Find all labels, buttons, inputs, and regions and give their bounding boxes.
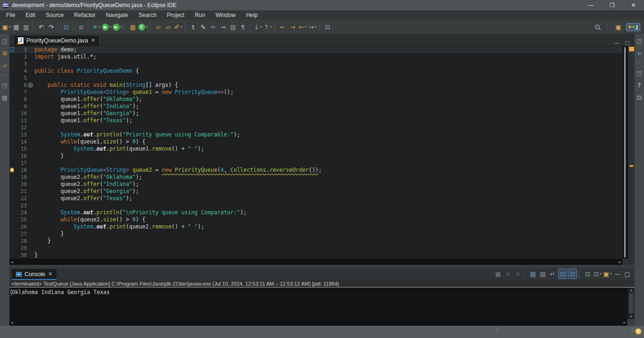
- open-console-button[interactable]: ▣▾: [603, 269, 612, 279]
- editor-console-splitter[interactable]: [9, 265, 635, 268]
- word-wrap-toggle-button[interactable]: ▤: [229, 22, 238, 32]
- profile-button[interactable]: ▶▾: [113, 22, 123, 32]
- word-wrap-button[interactable]: ↵: [548, 269, 557, 279]
- restore-view-icon-2[interactable]: ◳: [2, 82, 7, 89]
- scroll-right-arrow-icon[interactable]: ▸: [619, 260, 621, 264]
- menu-item-source[interactable]: Source: [41, 11, 69, 19]
- scroll-down-arrow-icon[interactable]: ▾: [630, 314, 632, 319]
- menu-item-search[interactable]: Search: [133, 11, 162, 19]
- snippets-view-icon[interactable]: ▤: [2, 94, 7, 101]
- console-output[interactable]: Oklahoma Indiana Georgia Texas: [9, 287, 628, 319]
- scroll-left-arrow-icon[interactable]: ◂: [11, 320, 13, 325]
- editor-tab-priorityqueuedemo[interactable]: J PriorityQueueDemo.java ✕: [13, 35, 100, 46]
- menu-item-help[interactable]: Help: [241, 11, 263, 19]
- format-button[interactable]: ✎: [199, 22, 208, 32]
- pin-console-button[interactable]: ⊡: [583, 269, 592, 279]
- project-explorer-icon[interactable]: ▱: [2, 62, 7, 69]
- outline-view-icon[interactable]: ≡: [637, 50, 642, 57]
- console-vertical-scrollbar[interactable]: ▴ ▾: [628, 287, 635, 319]
- redo-button[interactable]: ↷: [47, 22, 56, 32]
- display-console-button[interactable]: ⊡▾: [593, 269, 602, 279]
- restore-view-icon-2[interactable]: ◳: [636, 70, 642, 76]
- console-tab-close-icon[interactable]: ✕: [48, 271, 52, 277]
- editor-vertical-scrollbar[interactable]: [622, 46, 628, 259]
- editor-horizontal-scrollbar[interactable]: ◂ ▸: [9, 259, 622, 265]
- show-stdout-button[interactable]: ⊡: [558, 269, 567, 279]
- new-wizard-button[interactable]: ▣▾: [2, 22, 11, 32]
- menu-item-refactor[interactable]: Refactor: [69, 11, 100, 19]
- code-text-16: }: [33, 152, 622, 159]
- previous-annotation-icon: ↑: [264, 24, 269, 31]
- new-java-project-button[interactable]: ▦: [128, 22, 137, 32]
- help-view-icon[interactable]: ?: [638, 82, 641, 89]
- minimize-editor-button[interactable]: —: [614, 40, 619, 46]
- fold-collapse-icon[interactable]: –: [28, 83, 33, 88]
- menu-item-edit[interactable]: Edit: [20, 11, 41, 19]
- previous-annotation-button[interactable]: ↑▾: [264, 22, 272, 32]
- save-button[interactable]: ▦: [12, 22, 21, 32]
- gutter-marker-1[interactable]: [9, 47, 15, 52]
- editor-tab-close-icon[interactable]: ✕: [91, 37, 95, 43]
- overview-ruler[interactable]: [628, 46, 635, 259]
- save-all-button[interactable]: ▥: [22, 22, 31, 32]
- warning-lightbulb-icon[interactable]: [10, 168, 14, 172]
- undo-button[interactable]: ↶: [37, 22, 46, 32]
- debug-button[interactable]: ✳▾: [92, 22, 101, 32]
- menu-item-navigate[interactable]: Navigate: [100, 11, 133, 19]
- next-edit-location-button[interactable]: →: [289, 22, 297, 32]
- block-selection-button[interactable]: ⇥: [219, 22, 228, 32]
- forward-button[interactable]: →▾: [308, 22, 317, 32]
- package-explorer-icon[interactable]: ⊞: [2, 50, 7, 57]
- code-token: [34, 89, 60, 95]
- open-resource-button[interactable]: ▱: [164, 22, 173, 32]
- show-whitespace-button[interactable]: ¶: [239, 22, 248, 32]
- scroll-lock-button[interactable]: ▤: [538, 269, 547, 279]
- pin-editor-button[interactable]: ⊡: [323, 22, 332, 32]
- flashlight-search-button[interactable]: ✐▾: [174, 22, 183, 32]
- minimize-window-button[interactable]: —: [580, 0, 602, 10]
- menu-item-window[interactable]: Window: [210, 11, 241, 19]
- open-perspective-button[interactable]: ▣: [614, 22, 623, 32]
- next-annotation-button[interactable]: ↓▾: [254, 22, 263, 32]
- search-button[interactable]: [593, 22, 602, 32]
- minimize-console-button[interactable]: —: [613, 269, 622, 279]
- external-tools-button[interactable]: t: [189, 22, 198, 32]
- restore-view-icon[interactable]: ◳: [2, 38, 7, 44]
- editor-scrollbar-thumb[interactable]: [624, 47, 626, 257]
- code-editor[interactable]: 1package demo;2import java.util.*;34publ…: [9, 46, 635, 259]
- new-java-class-button[interactable]: C▾: [138, 22, 148, 32]
- show-stderr-button[interactable]: ⊡: [568, 269, 577, 279]
- run-button[interactable]: ▶▾: [102, 22, 112, 32]
- scroll-up-arrow-icon[interactable]: ▴: [630, 288, 632, 292]
- statusbar-grip-icon[interactable]: ⋮: [630, 329, 635, 331]
- java-perspective-button[interactable]: J: [626, 23, 640, 31]
- scroll-left-arrow-icon[interactable]: ◂: [11, 260, 13, 264]
- open-type-button[interactable]: ▱: [154, 22, 163, 32]
- clear-console-button[interactable]: ▤: [528, 269, 537, 279]
- statusbar-grip-icon[interactable]: ⋮: [495, 329, 500, 331]
- console-scrollbar-thumb[interactable]: [629, 293, 634, 313]
- back-button[interactable]: ←▾: [298, 22, 307, 32]
- close-window-button[interactable]: ✕: [623, 0, 644, 10]
- tasks-view-icon[interactable]: ⊡: [637, 94, 642, 101]
- code-line-17: 17: [9, 160, 622, 167]
- skip-breakpoints-button[interactable]: ⊘: [77, 22, 86, 32]
- console-tab[interactable]: Console ✕: [12, 269, 57, 280]
- scroll-right-arrow-icon[interactable]: ▸: [623, 320, 626, 325]
- line18-warning-marker[interactable]: [629, 165, 634, 167]
- restore-window-button[interactable]: ❒: [602, 0, 623, 10]
- console-horizontal-scrollbar[interactable]: ◂ ▸: [9, 319, 627, 326]
- externalize-strings-button[interactable]: ✑: [209, 22, 218, 32]
- maximize-console-button[interactable]: ▢: [623, 269, 632, 279]
- menu-item-project[interactable]: Project: [162, 11, 190, 19]
- last-edit-location-button[interactable]: ←: [279, 22, 288, 32]
- overall-warning-indicator[interactable]: [629, 47, 634, 51]
- restore-view-icon[interactable]: ◳: [636, 38, 642, 44]
- menu-item-run[interactable]: Run: [190, 11, 210, 19]
- maximize-editor-button[interactable]: ▢: [625, 40, 630, 46]
- notification-lightbulb-icon[interactable]: [636, 329, 641, 334]
- gutter-marker-18[interactable]: [9, 168, 15, 172]
- console-button[interactable]: ⊡: [62, 22, 71, 32]
- code-token: "Priority queue using Comparable:": [123, 131, 233, 138]
- menu-item-file[interactable]: File: [1, 11, 20, 19]
